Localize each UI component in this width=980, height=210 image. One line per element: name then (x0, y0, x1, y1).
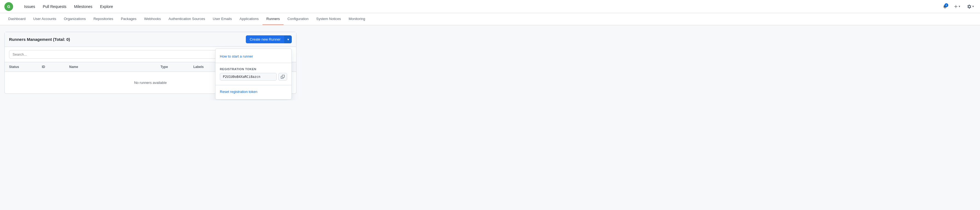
runners-panel: Runners Management (Total: 0) Create new… (5, 32, 296, 94)
create-runner-caret-button[interactable]: ▾ (285, 36, 292, 43)
col-type: Type (161, 65, 193, 69)
copy-icon (281, 75, 285, 79)
subnav-dashboard[interactable]: Dashboard (5, 13, 30, 25)
settings-icon (967, 4, 972, 9)
plus-caret: ▾ (959, 5, 960, 8)
plus-icon (954, 5, 958, 9)
registration-token-section: REGISTRATION TOKEN (215, 65, 291, 83)
dropdown-divider-2 (215, 85, 291, 85)
how-to-start-runner-link[interactable]: How to start a runner (215, 52, 291, 61)
settings-caret: ▾ (972, 5, 974, 8)
subnav-configuration[interactable]: Configuration (283, 13, 312, 25)
top-navigation: G Issues Pull Requests Milestones Explor… (0, 0, 980, 13)
subnav-repositories[interactable]: Repositories (90, 13, 117, 25)
nav-explore[interactable]: Explore (97, 2, 116, 11)
settings-button[interactable]: ▾ (965, 2, 975, 11)
subnav-monitoring[interactable]: Monitoring (345, 13, 369, 25)
notification-badge: 6 (945, 3, 948, 7)
runners-header: Runners Management (Total: 0) Create new… (5, 32, 296, 47)
col-name: Name (69, 65, 161, 69)
reset-registration-token-link[interactable]: Reset registration token (215, 87, 291, 96)
create-runner-dropdown: Create new Runner ▾ (246, 35, 292, 43)
subnav-user-emails[interactable]: User Emails (209, 13, 236, 25)
runners-title: Runners Management (Total: 0) (9, 37, 70, 42)
subnav-applications[interactable]: Applications (236, 13, 262, 25)
runner-dropdown-panel: How to start a runner REGISTRATION TOKEN (215, 48, 292, 99)
subnav-organizations[interactable]: Organizations (60, 13, 89, 25)
subnav-webhooks[interactable]: Webhooks (140, 13, 165, 25)
empty-message: No runners available (134, 80, 167, 85)
top-nav-links: Issues Pull Requests Milestones Explore (21, 2, 936, 11)
subnav-runners[interactable]: Runners (262, 13, 283, 25)
registration-token-label: REGISTRATION TOKEN (220, 67, 287, 71)
nav-pull-requests[interactable]: Pull Requests (40, 2, 70, 11)
col-id: ID (42, 65, 69, 69)
subnav-user-accounts[interactable]: User Accounts (30, 13, 60, 25)
subnav-items: Dashboard User Accounts Organizations Re… (5, 13, 369, 25)
notifications-button[interactable]: 6 (941, 3, 949, 10)
top-nav-actions: 6 ▾ ▾ (941, 2, 975, 11)
nav-issues[interactable]: Issues (21, 2, 38, 11)
plus-button[interactable]: ▾ (952, 3, 962, 10)
subnav-system-notices[interactable]: System Notices (313, 13, 345, 25)
runners-header-right: Create new Runner ▾ How to start a runne… (246, 35, 292, 43)
create-runner-button[interactable]: Create new Runner (246, 35, 285, 43)
nav-milestones[interactable]: Milestones (71, 2, 96, 11)
subnav-packages[interactable]: Packages (117, 13, 140, 25)
subnav-authentication-sources[interactable]: Authentication Sources (165, 13, 209, 25)
admin-sub-navigation: Dashboard User Accounts Organizations Re… (0, 13, 980, 25)
copy-token-button[interactable] (278, 73, 287, 80)
registration-token-input[interactable] (220, 73, 277, 80)
col-status: Status (9, 65, 42, 69)
registration-token-row (220, 73, 287, 80)
main-content: Runners Management (Total: 0) Create new… (0, 25, 301, 100)
caret-icon: ▾ (287, 38, 289, 42)
logo-icon: G (5, 2, 13, 11)
logo[interactable]: G (5, 2, 13, 11)
